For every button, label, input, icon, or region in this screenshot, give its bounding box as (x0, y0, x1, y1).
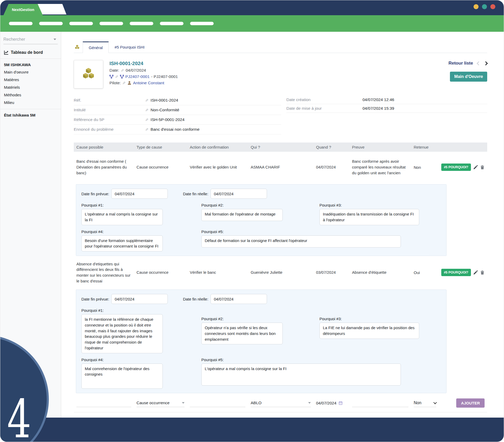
tab-general[interactable]: Général (83, 41, 109, 53)
project-suffix: - PJ2407-0001 (151, 74, 178, 79)
nav-pill[interactable] (9, 22, 33, 25)
tab-5-pourquoi-ishi[interactable]: #5 Pourquoi ISHI (109, 41, 150, 53)
search-box[interactable] (3, 35, 58, 44)
date-due-input[interactable] (111, 294, 168, 304)
back-to-list-link[interactable]: Retour liste (448, 61, 473, 66)
new-type-select[interactable]: Cause occurrence (136, 399, 185, 407)
why-input[interactable]: la FI mentionne la référence de chaque c… (81, 314, 163, 353)
why-input[interactable]: Inadéquation dans la transmission de la … (319, 209, 419, 225)
five-why-panel: Date fin prévue: Date fin réelle: Pourqu… (76, 184, 447, 256)
add-button[interactable]: AJOUTER (456, 398, 485, 408)
new-who-select[interactable]: ABLO (251, 399, 311, 407)
edit-pencil-icon[interactable]: ✎ (122, 81, 126, 85)
col-action-confirmation: Action de confirmation (187, 143, 248, 152)
edit-row-button[interactable] (473, 270, 478, 275)
cell-action: Vérifier le banc (190, 270, 216, 275)
field-value: ISH-5P-0001-2024 (151, 117, 185, 122)
pilot-link[interactable]: Antoine Constant (133, 81, 164, 85)
delete-row-button[interactable] (480, 165, 485, 170)
sidebar-item-etat-ishikawa[interactable]: État Ishikawa 5M (0, 109, 61, 121)
footer-bar (0, 418, 504, 442)
why-input[interactable]: La FIE ne lui damande pas de vérifier la… (319, 323, 419, 339)
project-diagram-icon (120, 75, 124, 79)
chart-line-icon (4, 50, 9, 55)
why-label: Pourquoi #3: (319, 203, 419, 207)
close-dot[interactable] (490, 4, 495, 9)
date-due-input[interactable] (111, 189, 168, 199)
cubes-icon (74, 44, 80, 50)
minimize-dot[interactable] (474, 4, 479, 9)
info-section: Réf. ✎ ISH-0001-2024 Intitulé ✎ Non-Conf… (74, 96, 487, 134)
table-row: Absence d'etiquettes qui différencient l… (74, 257, 487, 288)
nav-pill[interactable] (99, 22, 123, 25)
nav-pill[interactable] (160, 22, 183, 25)
five-why-button[interactable]: #5 POURQUOI? (441, 164, 471, 171)
edit-pencil-icon[interactable]: ✎ (145, 108, 149, 112)
new-date-value[interactable]: 04/07/2024 (316, 401, 337, 406)
calendar-icon[interactable] (339, 401, 343, 405)
date-label: Date: (109, 68, 119, 73)
nav-pill[interactable] (190, 22, 214, 25)
why-input[interactable]: L'opérateur a mal compris la consigne su… (81, 209, 163, 225)
chevron-right-icon[interactable] (484, 61, 488, 65)
page-number: 4 (7, 393, 31, 442)
why-label: Pourquoi #5: (201, 229, 401, 234)
delete-row-button[interactable] (480, 270, 485, 275)
info-row-reference-5p: Référence du 5P ✎ ISH-5P-0001-2024 (74, 115, 281, 125)
why-input[interactable]: L'opérateur a mal compris la consigne su… (201, 364, 401, 386)
edit-row-button[interactable] (473, 165, 478, 170)
search-input[interactable] (3, 37, 51, 42)
cell-type: Cause occurrence (136, 270, 169, 275)
date-actual-input[interactable] (211, 294, 267, 304)
field-label: Intitulé (74, 108, 145, 112)
maximize-dot[interactable] (482, 4, 487, 9)
field-label: Date création (286, 97, 363, 102)
sidebar-item-milieu[interactable]: Milieu (0, 99, 61, 106)
sidebar-item-main-doeuvre[interactable]: Main d'oeuvre (0, 68, 61, 76)
edit-pencil-icon[interactable]: ✎ (145, 98, 149, 102)
nav-pill[interactable] (69, 22, 93, 25)
nav-pill[interactable] (130, 22, 153, 25)
nav-pill[interactable] (39, 22, 63, 25)
new-retained-select[interactable]: Non (414, 399, 436, 407)
field-label: Ennoncé du problème (74, 127, 145, 132)
edit-pencil-icon[interactable]: ✎ (121, 69, 124, 72)
why-label: Pourquoi #2: (201, 203, 283, 207)
five-why-button[interactable]: #5 POURQUOI? (441, 269, 471, 276)
search-caret-icon[interactable] (54, 39, 56, 40)
why-input[interactable]: Mal comrehension de l'opérateur des cons… (81, 364, 163, 389)
edit-pencil-icon[interactable]: ✎ (145, 128, 149, 131)
cell-proof: Absence d'étiquette (352, 270, 386, 275)
sidebar-item-label: Tableau de bord (11, 50, 43, 55)
brand-tab[interactable]: NextGestion (3, 4, 43, 15)
record-header: ISH-0001-2024 Date: ✎ 04/07/2024 (74, 60, 487, 88)
why-input[interactable]: Mal formation de l'opérateur de montage (201, 209, 283, 221)
new-proof-input[interactable] (352, 399, 408, 407)
why-input[interactable]: Besoin d'une formation supplémentaire po… (81, 235, 163, 252)
why-label: Pourquoi #5: (201, 357, 401, 362)
five-why-panel: Date fin prévue: Date fin réelle: Pourqu… (76, 290, 447, 393)
project-link[interactable]: PJ2407-0001 (125, 74, 150, 79)
tab-bar: Général #5 Pourquoi ISHI (74, 38, 487, 53)
sidebar-item-materiels[interactable]: Matériels (0, 83, 61, 91)
field-value: 04/07/2024 12:46 (363, 97, 394, 102)
edit-pencil-icon[interactable]: ✎ (145, 118, 149, 122)
titlebar: NextGestion (0, 0, 504, 15)
field-value: Non-Conformité (151, 108, 179, 112)
window-controls (474, 4, 495, 9)
field-label: Référence du 5P (74, 117, 145, 122)
chevron-left-icon[interactable] (477, 61, 481, 65)
why-input[interactable]: Défaut de formation sur la consigne FI a… (201, 235, 401, 248)
date-actual-input[interactable] (211, 189, 267, 199)
new-action-input[interactable] (190, 399, 245, 407)
why-input[interactable]: Opérateur n'a pas vérifie si les deux co… (201, 323, 283, 344)
edit-pencil-icon[interactable]: ✎ (115, 75, 118, 79)
sidebar-item-dashboard[interactable]: Tableau de bord (0, 44, 61, 59)
sidebar-item-matieres[interactable]: Matières (0, 76, 61, 83)
date-actual-label: Date fin réelle: (183, 297, 208, 301)
main-doeuvre-button[interactable]: Main d'Oeuvre (450, 72, 487, 82)
sidebar-item-methodes[interactable]: Méthodes (0, 91, 61, 99)
trash-icon (480, 165, 485, 170)
record-image-card[interactable] (74, 60, 103, 88)
new-cause-input[interactable] (76, 399, 131, 407)
